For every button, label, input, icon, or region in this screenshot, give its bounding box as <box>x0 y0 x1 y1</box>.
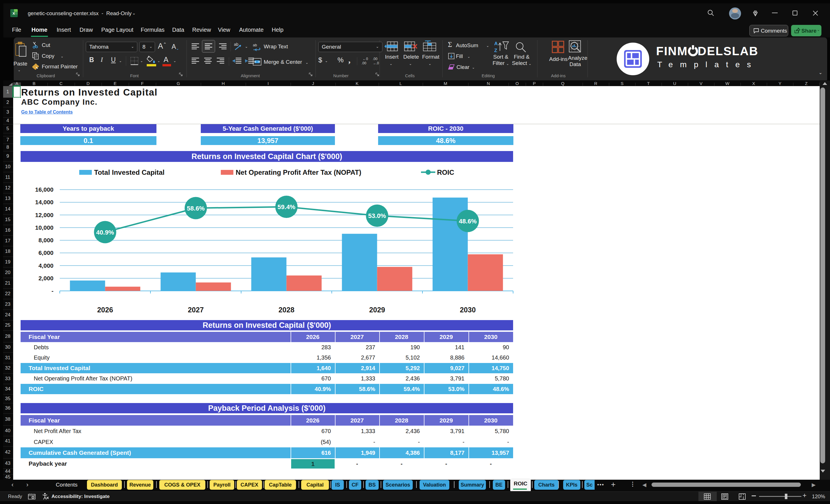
svg-text:10,000: 10,000 <box>35 224 54 231</box>
svg-text:A: A <box>494 41 498 46</box>
svg-text:→.0: →.0 <box>373 61 379 65</box>
svg-text:58.6%: 58.6% <box>187 205 204 212</box>
svg-text:14,000: 14,000 <box>35 199 54 206</box>
svg-text:.00: .00 <box>373 57 378 61</box>
svg-text:Z: Z <box>494 48 497 53</box>
svg-text:.00: .00 <box>361 61 366 65</box>
svg-text:Returns on Invested Capital Ch: Returns on Invested Capital Chart ($'000… <box>191 152 342 161</box>
svg-text:8,000: 8,000 <box>38 237 54 244</box>
svg-text:2029: 2029 <box>369 306 385 314</box>
svg-text:2027: 2027 <box>188 306 204 314</box>
svg-text:-: - <box>52 287 54 294</box>
svg-text:Net Operating Profit After Tax: Net Operating Profit After Tax (NOPAT) <box>236 168 361 176</box>
svg-text:16,000: 16,000 <box>35 186 54 193</box>
svg-text:2026: 2026 <box>97 306 113 314</box>
svg-text:ab: ab <box>253 43 257 47</box>
svg-text:40.9%: 40.9% <box>96 229 114 236</box>
svg-text:2028: 2028 <box>279 306 295 314</box>
svg-text:2030: 2030 <box>460 306 476 314</box>
svg-text:Total Invested Capital: Total Invested Capital <box>94 168 164 176</box>
svg-text:2,000: 2,000 <box>38 275 54 281</box>
svg-text:59.4%: 59.4% <box>278 203 295 211</box>
svg-text:48.6%: 48.6% <box>459 218 477 225</box>
svg-text:←0: ←0 <box>363 57 368 61</box>
svg-text:ab: ab <box>234 42 238 46</box>
svg-text:6,000: 6,000 <box>38 249 54 256</box>
svg-text:4,000: 4,000 <box>38 262 54 269</box>
svg-text:53.0%: 53.0% <box>368 212 386 219</box>
svg-text:ROIC: ROIC <box>437 168 454 176</box>
svg-text:12,000: 12,000 <box>35 212 54 218</box>
